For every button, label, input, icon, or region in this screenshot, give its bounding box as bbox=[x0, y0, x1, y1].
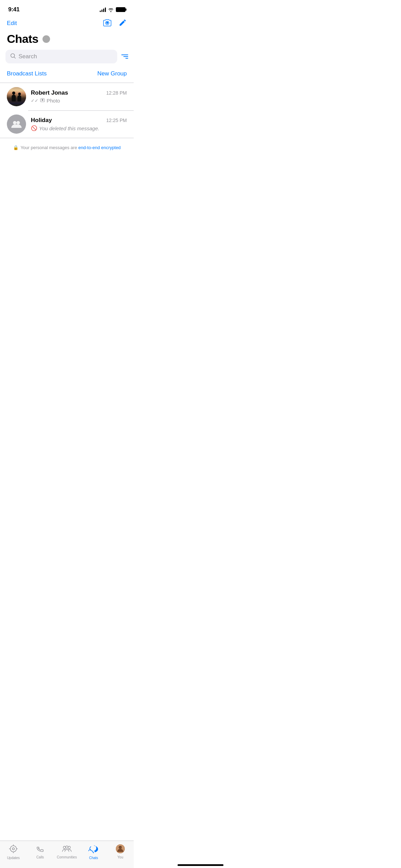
search-row: Search bbox=[0, 50, 134, 69]
avatar-robert-jonas bbox=[7, 87, 26, 106]
chat-content-robert-jonas: Robert Jonas 12:28 PM ✓✓ Photo bbox=[31, 89, 127, 104]
double-check-icon: ✓✓ bbox=[31, 98, 38, 103]
deleted-message-icon: 🚫 bbox=[31, 125, 37, 131]
page-title: Chats bbox=[7, 32, 38, 46]
search-bar[interactable]: Search bbox=[5, 50, 117, 63]
svg-point-2 bbox=[13, 121, 16, 124]
avatar-holiday bbox=[7, 114, 26, 134]
filter-icon[interactable] bbox=[121, 55, 128, 59]
action-row: Broadcast Lists New Group bbox=[0, 69, 134, 83]
encryption-link[interactable]: end-to-end encrypted bbox=[78, 145, 121, 150]
battery-icon bbox=[116, 7, 125, 12]
chat-top-robert-jonas: Robert Jonas 12:28 PM bbox=[31, 89, 127, 96]
chat-content-holiday: Holiday 12:25 PM 🚫 You deleted this mess… bbox=[31, 117, 127, 131]
new-group-button[interactable]: New Group bbox=[97, 70, 127, 77]
edit-button[interactable]: Edit bbox=[7, 20, 17, 27]
status-bar: 9:41 bbox=[0, 0, 134, 17]
chat-top-holiday: Holiday 12:25 PM bbox=[31, 117, 127, 124]
search-icon bbox=[10, 53, 16, 60]
nav-header: Edit bbox=[0, 17, 134, 31]
page-title-row: Chats bbox=[0, 31, 134, 50]
lock-icon: 🔒 bbox=[13, 145, 19, 150]
encryption-text: Your personal messages are end-to-end en… bbox=[21, 145, 121, 150]
broadcast-lists-button[interactable]: Broadcast Lists bbox=[7, 70, 47, 77]
chat-name-robert-jonas: Robert Jonas bbox=[31, 89, 68, 96]
status-time: 9:41 bbox=[8, 6, 20, 13]
encryption-notice: 🔒 Your personal messages are end-to-end … bbox=[0, 138, 134, 157]
chat-name-holiday: Holiday bbox=[31, 117, 52, 124]
chat-time-holiday: 12:25 PM bbox=[106, 118, 127, 123]
chat-time-robert-jonas: 12:28 PM bbox=[106, 90, 127, 96]
camera-icon[interactable] bbox=[103, 19, 112, 28]
unread-indicator bbox=[42, 35, 50, 43]
chat-preview-text-holiday: You deleted this message. bbox=[39, 125, 99, 131]
chat-preview-robert-jonas: ✓✓ Photo bbox=[31, 98, 127, 104]
wifi-icon bbox=[108, 8, 114, 12]
chat-item-holiday[interactable]: Holiday 12:25 PM 🚫 You deleted this mess… bbox=[0, 110, 134, 138]
chat-preview-holiday: 🚫 You deleted this message. bbox=[31, 125, 127, 131]
svg-point-3 bbox=[16, 121, 20, 124]
chat-item-robert-jonas[interactable]: Robert Jonas 12:28 PM ✓✓ Photo bbox=[0, 83, 134, 110]
chat-preview-text-robert-jonas: Photo bbox=[47, 98, 60, 104]
search-placeholder: Search bbox=[19, 53, 37, 60]
camera-icon-preview bbox=[40, 98, 45, 103]
compose-icon[interactable] bbox=[119, 19, 127, 28]
status-icons bbox=[100, 7, 125, 12]
svg-point-0 bbox=[11, 54, 15, 58]
signal-icon bbox=[100, 7, 106, 12]
nav-icon-group bbox=[103, 19, 127, 28]
svg-line-1 bbox=[14, 57, 16, 59]
